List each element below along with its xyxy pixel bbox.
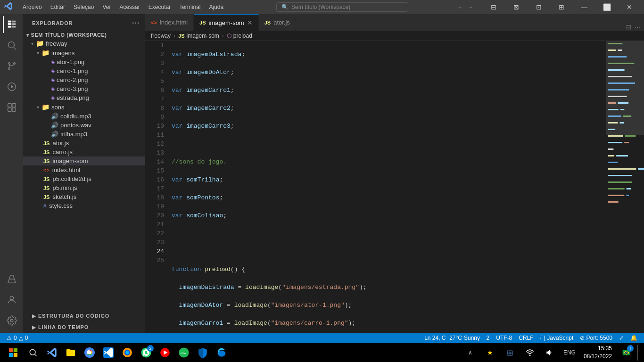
workspace-label[interactable]: ▾ SEM TÍTULO (WORKSPACE) [23,30,145,39]
tree-item-carro-1[interactable]: ◈ carro-1.png [23,66,145,75]
code-content[interactable]: var imagemDaEstrada; var imagemDoAtor; v… [168,41,606,333]
start-button[interactable] [4,343,23,362]
tree-item-imagens[interactable]: ▾ 📁 imagens [23,48,145,58]
taskbar-windows-security[interactable] [194,344,211,361]
activity-extensions[interactable] [3,99,20,116]
taskbar-whatsapp[interactable]: 2 [138,344,155,361]
line-num-14: 14 [145,157,164,166]
status-remote[interactable]: ⤢ [616,333,627,343]
taskbar-file-explorer[interactable] [62,344,79,361]
tray-volume[interactable] [541,344,558,361]
activity-account[interactable] [3,291,20,308]
tab-ator-js[interactable]: JS ator.js [259,14,296,31]
breadcrumb-js-icon: JS [178,33,184,39]
layout-icon4[interactable]: ⊞ [551,0,572,14]
tray-expand[interactable]: ∧ [462,344,479,361]
file-icon-p5min: JS [43,185,50,191]
tray-wifi[interactable] [521,344,538,361]
taskbar-vscode2[interactable] [100,344,117,361]
tray-keyboard[interactable]: ENG [561,344,578,361]
taskbar-search[interactable] [25,344,41,361]
svg-point-6 [8,68,10,70]
taskbar-firefox[interactable] [119,344,136,361]
minimize-button[interactable]: — [573,0,595,14]
menu-ver[interactable]: Ver [99,3,115,11]
split-editor-icon[interactable]: ⊟ [626,23,632,31]
svg-point-23 [88,351,91,354]
breadcrumb-preload[interactable]: preload [233,33,252,39]
tray-icon1[interactable]: ★ [482,344,499,361]
status-line-ending[interactable]: CRLF [516,333,536,343]
file-icon-colidiu: 🔊 [51,113,58,120]
tree-item-ator-1[interactable]: ◈ ator-1.png [23,58,145,66]
tree-item-sketch[interactable]: JS sketch.js [23,192,145,201]
taskbar-media[interactable] [157,344,173,361]
line-num-21: 21 [145,220,164,229]
tree-item-colidiu[interactable]: 🔊 colidiu.mp3 [23,112,145,121]
tree-item-p5min[interactable]: JS p5.min.js [23,183,145,192]
search-box[interactable]: 🔍 Sem título (Workspace) [276,2,408,12]
menu-selecao[interactable]: Seleção [70,3,98,11]
breadcrumb-imagem-som[interactable]: imagem-som [187,33,219,39]
activity-run[interactable] [3,78,20,95]
tree-item-imagem-som[interactable]: JS imagem-som [23,156,145,165]
maximize-button[interactable]: ⬜ [596,0,618,14]
tab-index-html[interactable]: <> index.html [145,14,194,31]
menu-arquivo[interactable]: Arquivo [19,3,46,11]
tree-item-carro-js[interactable]: JS carro.js [23,148,145,156]
taskbar-chrome[interactable] [81,344,98,361]
tree-item-sons[interactable]: ▾ 📁 sons [23,102,145,112]
menu-acessar[interactable]: Acessar [116,3,143,11]
activity-search[interactable] [3,37,20,54]
nav-back[interactable]: ← [457,4,463,11]
menu-executar[interactable]: Executar [145,3,174,11]
tree-label-sketch: sketch.js [52,193,76,200]
activity-explorer[interactable] [3,16,20,33]
tree-item-carro-2[interactable]: ◈ carro-2.png [23,75,145,84]
tree-item-trilha[interactable]: 🔊 trilha.mp3 [23,130,145,139]
tree-item-index-html[interactable]: <> index.html [23,165,145,174]
line-num-11: 11 [145,131,164,140]
panel-linha[interactable]: ▶ LINHA DO TEMPO [23,321,145,333]
status-errors[interactable]: ⚠ 0 △ 0 [4,333,31,343]
tree-item-estrada[interactable]: ◈ estrada.png [23,93,145,102]
layout-icon1[interactable]: ⊟ [483,0,504,14]
tree-item-carro-3[interactable]: ◈ carro-3.png [23,84,145,93]
menu-ajuda[interactable]: Ajuda [206,3,228,11]
line-num-25: 25 [145,256,164,265]
status-bell[interactable]: 🔔 [627,333,640,343]
activity-git[interactable] [3,58,20,74]
tray-show-desktop[interactable] [637,344,640,361]
tab-icon-ator: JS [264,20,271,25]
status-port[interactable]: ⊘ Port: 5500 [577,333,615,343]
taskbar-vscode[interactable] [43,344,60,361]
layout-icon2[interactable]: ⊠ [505,0,527,14]
tray-icon2[interactable]: ⊞ [502,344,519,361]
activity-settings[interactable] [3,312,20,329]
chevron-linha: ▶ [32,325,36,330]
taskbar-edge[interactable] [213,344,230,361]
close-button[interactable]: ✕ [619,0,640,14]
layout-icon3[interactable]: ⊡ [528,0,550,14]
panel-estrutura[interactable]: ▶ ESTRUTURA DO CÓDIGO [23,310,145,321]
tree-item-style[interactable]: # style.css [23,201,145,210]
tab-imagem-som[interactable]: JS imagem-som ✕ [194,14,259,31]
menu-terminal[interactable]: Terminal [175,3,204,11]
tree-item-freeway[interactable]: ▾ 📁 freeway [23,39,145,48]
status-language[interactable]: { } JavaScript [537,333,577,343]
taskbar-spotify[interactable] [175,344,192,361]
clock[interactable]: 15:35 08/12/2022 [581,345,615,361]
editor-tabs: <> index.html JS imagem-som ✕ JS ator.js… [145,14,644,31]
nav-forward[interactable]: → [467,4,473,11]
tab-close-imagem[interactable]: ✕ [247,19,253,26]
more-actions-icon[interactable]: ··· [635,23,640,31]
tray-notification[interactable]: 🇧🇷 ! [618,344,635,361]
tree-item-ator-js[interactable]: JS ator.js [23,139,145,148]
sidebar-more-button[interactable]: ··· [132,19,140,27]
status-encoding[interactable]: UTF-8 [493,333,515,343]
tree-item-p5collide[interactable]: JS p5.collide2d.js [23,174,145,183]
tree-item-pontos[interactable]: 🔊 pontos.wav [23,121,145,130]
breadcrumb-freeway[interactable]: freeway [151,33,171,39]
menu-editar[interactable]: Editar [47,3,69,11]
activity-test[interactable] [3,271,20,288]
